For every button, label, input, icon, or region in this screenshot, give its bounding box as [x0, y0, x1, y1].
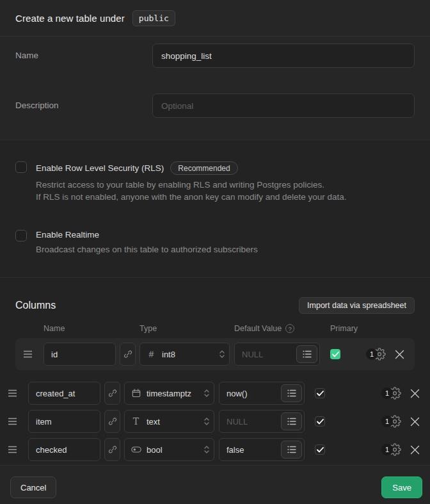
column-row: # int8 1	[15, 338, 415, 370]
dialog-header: Create a new table under public	[0, 0, 430, 37]
foreign-key-button[interactable]	[120, 343, 136, 366]
drag-handle-icon[interactable]	[23, 350, 33, 358]
column-row: T text 1	[0, 407, 430, 435]
list-icon	[303, 350, 312, 358]
name-row: Name	[15, 44, 415, 68]
column-row: bool 1	[0, 435, 430, 464]
link-icon	[108, 445, 117, 454]
settings-count-badge: 1	[381, 444, 393, 455]
description-row: Description	[15, 93, 415, 118]
save-button[interactable]: Save	[381, 476, 422, 498]
table-name-input[interactable]	[152, 44, 415, 68]
expression-picker-button[interactable]	[281, 384, 302, 402]
column-name-input[interactable]	[28, 410, 100, 433]
description-label: Description	[15, 93, 152, 110]
primary-key-panel: # int8 1	[15, 338, 415, 370]
help-icon[interactable]: ?	[285, 324, 294, 333]
drag-handle-icon[interactable]	[8, 389, 18, 397]
remove-column-button[interactable]	[410, 444, 420, 455]
drag-handle-icon[interactable]	[8, 418, 18, 425]
default-value-cell	[219, 410, 305, 433]
schema-badge: public	[132, 10, 175, 26]
header-primary: Primary	[330, 324, 358, 333]
rls-option-label: Enable Row Level Security (RLS)	[36, 163, 164, 173]
realtime-option-body: Enable Realtime Broadcast changes on thi…	[36, 230, 258, 256]
column-rows: timestamptz 1	[0, 379, 430, 464]
cancel-button[interactable]: Cancel	[10, 476, 56, 498]
close-icon	[395, 350, 404, 359]
header-name: Name	[44, 324, 65, 333]
foreign-key-button[interactable]	[104, 382, 120, 405]
column-settings-button[interactable]: 1	[366, 348, 386, 361]
chevron-updown-icon	[219, 350, 225, 359]
link-icon	[108, 417, 117, 426]
column-settings-button[interactable]: 1	[381, 415, 401, 428]
toggle-icon	[131, 446, 141, 453]
header-default: Default Value ?	[234, 324, 294, 333]
primary-checkbox[interactable]	[315, 416, 325, 427]
check-icon	[317, 391, 324, 396]
column-name-input[interactable]	[44, 343, 116, 366]
settings-count-badge: 1	[381, 387, 393, 399]
column-type-select[interactable]: bool	[124, 438, 214, 461]
link-icon	[123, 350, 132, 359]
primary-checkbox[interactable]	[315, 444, 325, 455]
dialog-footer: Cancel Save	[0, 466, 430, 504]
hash-icon: #	[149, 349, 154, 359]
check-icon	[317, 447, 324, 453]
dialog-title: Create a new table under	[15, 13, 125, 24]
columns-grid-headers: Name Type Default Value ? Primary	[0, 324, 430, 333]
column-settings-button[interactable]: 1	[381, 443, 401, 456]
rls-checkbox[interactable]	[15, 161, 27, 173]
column-name-input[interactable]	[28, 438, 100, 461]
import-spreadsheet-button[interactable]: Import data via spreadsheet	[299, 297, 415, 314]
chevron-updown-icon	[203, 389, 210, 398]
recommended-badge: Recommended	[170, 161, 237, 175]
chevron-updown-icon	[203, 445, 210, 454]
text-type-icon: T	[133, 416, 139, 427]
expression-picker-button[interactable]	[281, 412, 302, 430]
primary-checkbox[interactable]	[315, 388, 325, 398]
columns-title: Columns	[15, 300, 56, 311]
expression-picker-button[interactable]	[296, 345, 317, 363]
column-type-select[interactable]: # int8	[139, 343, 230, 366]
create-table-dialog: Create a new table under public Name Des…	[0, 0, 430, 504]
rls-description: Restrict access to your table by enablin…	[36, 179, 347, 203]
remove-column-button[interactable]	[394, 349, 404, 359]
expression-picker-button[interactable]	[281, 441, 302, 459]
realtime-description: Broadcast changes on this table to autho…	[36, 243, 258, 256]
column-type-select[interactable]: T text	[124, 410, 214, 433]
primary-checkbox[interactable]	[330, 349, 340, 359]
table-options-section: Enable Row Level Security (RLS) Recommen…	[0, 140, 430, 278]
chevron-updown-icon	[203, 417, 210, 426]
calendar-icon	[132, 389, 141, 398]
table-description-input[interactable]	[152, 93, 415, 118]
realtime-checkbox[interactable]	[15, 230, 27, 241]
default-value-cell	[219, 382, 305, 405]
check-icon	[332, 352, 339, 357]
column-type-value: bool	[147, 445, 198, 455]
check-icon	[317, 419, 324, 425]
link-icon	[108, 389, 117, 398]
foreign-key-button[interactable]	[104, 438, 120, 461]
column-row: timestamptz 1	[0, 379, 430, 407]
column-type-select[interactable]: timestamptz	[124, 382, 214, 405]
column-settings-button[interactable]: 1	[381, 387, 401, 400]
list-icon	[287, 446, 296, 453]
settings-count-badge: 1	[366, 348, 378, 360]
realtime-option-label: Enable Realtime	[36, 230, 99, 240]
close-icon	[410, 445, 420, 455]
column-type-value: timestamptz	[147, 389, 198, 398]
remove-column-button[interactable]	[410, 388, 420, 398]
list-icon	[287, 389, 296, 397]
settings-count-badge: 1	[381, 416, 393, 427]
default-value-cell	[219, 438, 305, 461]
column-name-input[interactable]	[28, 382, 100, 405]
remove-column-button[interactable]	[410, 416, 420, 427]
drag-handle-icon[interactable]	[8, 446, 18, 453]
columns-section: Columns Import data via spreadsheet Name…	[0, 278, 430, 466]
realtime-option: Enable Realtime Broadcast changes on thi…	[15, 230, 415, 256]
table-form-section: Name Description	[0, 37, 430, 140]
name-label: Name	[15, 44, 152, 60]
foreign-key-button[interactable]	[104, 410, 120, 433]
